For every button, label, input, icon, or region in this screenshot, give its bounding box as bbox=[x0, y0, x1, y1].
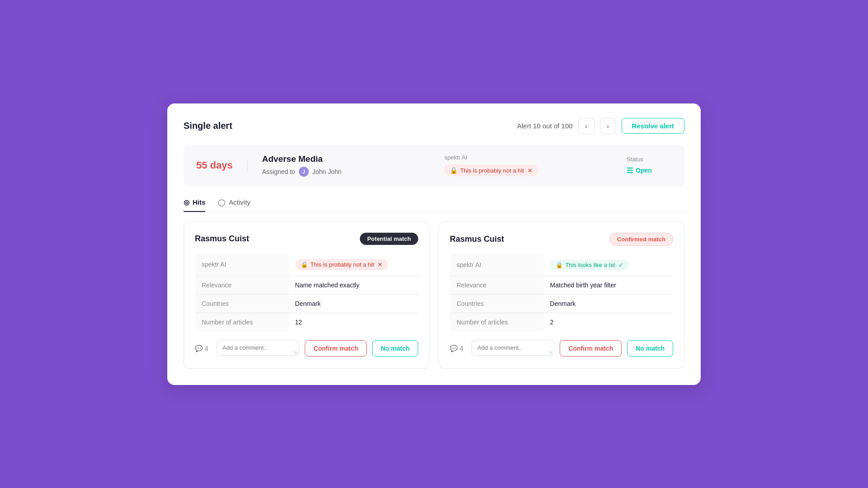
page-title: Single alert bbox=[184, 121, 232, 131]
assigned-user: John John bbox=[312, 168, 342, 175]
header-ai-badge-close[interactable]: ✕ bbox=[528, 167, 533, 174]
hit-card-2-name: Rasmus Cuist bbox=[450, 235, 504, 244]
table-row: Number of articles 2 bbox=[450, 313, 673, 331]
tab-activity[interactable]: ◯ Activity bbox=[218, 198, 250, 212]
card1-ai-close[interactable]: ✕ bbox=[377, 261, 382, 268]
status-label: Status bbox=[627, 156, 672, 163]
tab-hits[interactable]: ◎ Hits bbox=[184, 198, 205, 212]
card2-ai-badge-icon: 🔒 bbox=[556, 262, 563, 268]
tab-activity-label: Activity bbox=[229, 198, 250, 206]
articles-label-2: Number of articles bbox=[450, 313, 544, 331]
comment-count-label-1: 4 bbox=[205, 345, 208, 352]
header-ai-badge: 🔒 This is probably not a hit ✕ bbox=[444, 164, 538, 176]
table-row: Countries Denmark bbox=[195, 294, 418, 313]
comment-count-2: 💬 4 bbox=[450, 345, 466, 352]
ai-badge-icon: 🔒 bbox=[450, 167, 458, 174]
tab-hits-label: Hits bbox=[193, 198, 205, 206]
comment-input-wrap-2: ⇲ bbox=[472, 340, 554, 357]
status-value: Open bbox=[636, 167, 652, 174]
comment-count-label-2: 4 bbox=[460, 345, 463, 352]
spektr-ai-label-2: spektr AI bbox=[450, 254, 544, 276]
hit-card-1-name: Rasmus Cuist bbox=[195, 234, 249, 244]
hit-card-1-footer: 💬 4 ⇲ Confirm match No match bbox=[195, 340, 418, 357]
no-match-button-1[interactable]: No match bbox=[372, 340, 418, 357]
comment-icon-1: 💬 bbox=[195, 345, 203, 352]
assigned-label: Assigned to bbox=[262, 168, 295, 175]
hit-card-1-badge: Potential match bbox=[360, 233, 418, 245]
header-ai-badge-text: This is probably not a hit bbox=[460, 167, 524, 174]
hit-card-2: Rasmus Cuist Confirmed match spektr AI 🔒… bbox=[439, 221, 684, 369]
articles-value-2: 2 bbox=[544, 313, 673, 331]
table-row: spektr AI 🔒 This is probably not a hit ✕ bbox=[195, 253, 418, 276]
countries-value: Denmark bbox=[289, 294, 418, 313]
ai-assessment-cell: 🔒 This is probably not a hit ✕ bbox=[289, 253, 418, 276]
no-match-button-2[interactable]: No match bbox=[627, 340, 673, 357]
spektr-ai-label: spektr AI bbox=[195, 253, 289, 276]
table-row: Relevance Name matched exactly bbox=[195, 276, 418, 294]
status-badge: ☰ Open bbox=[627, 166, 652, 175]
card2-ai-text: This looks like a hit bbox=[566, 262, 615, 268]
header-spektr-ai-label: spektr AI bbox=[444, 154, 612, 161]
table-row: Number of articles 12 bbox=[195, 313, 418, 331]
days-count: 55 days bbox=[196, 160, 248, 171]
card2-ai-badge: 🔒 This looks like a hit ✓ bbox=[550, 260, 629, 270]
card1-ai-badge-icon: 🔒 bbox=[301, 261, 308, 268]
countries-label-2: Countries bbox=[450, 294, 544, 313]
comment-input-wrap-1: ⇲ bbox=[217, 340, 299, 357]
hit-card-1: Rasmus Cuist Potential match spektr AI 🔒… bbox=[184, 221, 429, 369]
prev-alert-button[interactable]: ‹ bbox=[578, 118, 594, 134]
alert-type-label: Adverse Media bbox=[262, 154, 430, 164]
alert-info-row: 55 days Adverse Media Assigned to J John… bbox=[184, 145, 684, 186]
relevance-value-2: Matched birth year filter bbox=[544, 276, 673, 294]
hit-card-2-header: Rasmus Cuist Confirmed match bbox=[450, 233, 673, 246]
hit-card-2-table: spektr AI 🔒 This looks like a hit ✓ Rele… bbox=[450, 254, 673, 332]
avatar: J bbox=[299, 167, 309, 177]
comment-input-1[interactable] bbox=[217, 340, 299, 356]
resolve-alert-button[interactable]: Resolve alert bbox=[622, 118, 684, 134]
cards-grid: Rasmus Cuist Potential match spektr AI 🔒… bbox=[184, 221, 684, 369]
card2-ai-check: ✓ bbox=[618, 262, 623, 268]
confirm-match-button-1[interactable]: Confirm match bbox=[305, 340, 367, 357]
relevance-value: Name matched exactly bbox=[289, 276, 418, 294]
hit-card-1-table: spektr AI 🔒 This is probably not a hit ✕… bbox=[195, 253, 418, 332]
countries-value-2: Denmark bbox=[544, 294, 673, 313]
table-row: spektr AI 🔒 This looks like a hit ✓ bbox=[450, 254, 673, 276]
table-row: Countries Denmark bbox=[450, 294, 673, 313]
confirm-match-button-2[interactable]: Confirm match bbox=[560, 340, 622, 357]
tabs: ◎ Hits ◯ Activity bbox=[184, 198, 684, 212]
main-card: Single alert Alert 10 out of 100 ‹ › Res… bbox=[167, 103, 701, 385]
assigned-row: Assigned to J John John bbox=[262, 167, 430, 177]
resize-icon-2: ⇲ bbox=[548, 350, 552, 356]
card1-ai-badge: 🔒 This is probably not a hit ✕ bbox=[295, 259, 388, 270]
relevance-label: Relevance bbox=[195, 276, 289, 294]
comment-count-1: 💬 4 bbox=[195, 345, 211, 352]
alert-count: Alert 10 out of 100 bbox=[517, 122, 573, 130]
hit-card-1-header: Rasmus Cuist Potential match bbox=[195, 233, 418, 245]
countries-label: Countries bbox=[195, 294, 289, 313]
resize-icon-1: ⇲ bbox=[293, 350, 297, 356]
status-icon: ☰ bbox=[627, 166, 633, 175]
hits-tab-icon: ◎ bbox=[184, 198, 189, 206]
articles-value: 12 bbox=[289, 313, 418, 331]
comment-input-2[interactable] bbox=[472, 340, 554, 356]
ai-assessment-cell-2: 🔒 This looks like a hit ✓ bbox=[544, 254, 673, 276]
hit-card-2-badge: Confirmed match bbox=[609, 233, 673, 246]
alert-type-section: Adverse Media Assigned to J John John bbox=[262, 154, 430, 177]
hit-card-2-footer: 💬 4 ⇲ Confirm match No match bbox=[450, 340, 673, 357]
header-ai-section: spektr AI 🔒 This is probably not a hit ✕ bbox=[444, 154, 612, 176]
relevance-label-2: Relevance bbox=[450, 276, 544, 294]
table-row: Relevance Matched birth year filter bbox=[450, 276, 673, 294]
activity-tab-icon: ◯ bbox=[218, 198, 226, 206]
header: Single alert Alert 10 out of 100 ‹ › Res… bbox=[184, 118, 684, 134]
next-alert-button[interactable]: › bbox=[600, 118, 616, 134]
card1-ai-text: This is probably not a hit bbox=[311, 261, 374, 268]
header-right: Alert 10 out of 100 ‹ › Resolve alert bbox=[517, 118, 684, 134]
comment-icon-2: 💬 bbox=[450, 345, 458, 352]
status-section: Status ☰ Open bbox=[627, 156, 672, 175]
articles-label: Number of articles bbox=[195, 313, 289, 331]
